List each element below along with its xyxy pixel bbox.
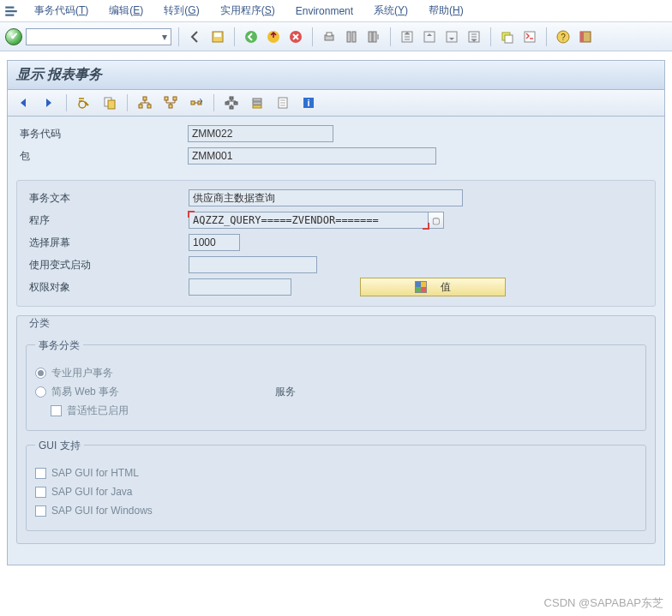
next-page-icon[interactable] <box>442 27 461 46</box>
help-icon[interactable]: ? <box>554 27 573 46</box>
svg-rect-28 <box>165 97 168 100</box>
screen-label: 选择屏幕 <box>26 236 189 250</box>
svg-rect-10 <box>373 32 376 42</box>
check-gui-windows-label: SAP GUI for Windows <box>51 505 153 517</box>
radio-icon <box>35 386 46 398</box>
svg-point-2 <box>245 31 257 43</box>
where-used-icon[interactable] <box>160 93 181 112</box>
svg-rect-1 <box>214 33 221 37</box>
screen-field: 1000 <box>189 234 240 251</box>
arrow-right-icon[interactable] <box>39 93 59 112</box>
command-field[interactable] <box>26 28 171 45</box>
back-green-icon[interactable] <box>242 27 261 46</box>
separator <box>490 27 491 46</box>
program-field[interactable]: AQZZZ_QUERY=====ZVENDOR======= <box>189 212 429 229</box>
separator <box>312 27 313 46</box>
app-menu-icon[interactable] <box>3 3 19 19</box>
f4-help-icon[interactable]: ▢ <box>429 212 444 229</box>
program-label: 程序 <box>26 213 189 228</box>
svg-rect-35 <box>234 102 237 105</box>
tx-classification-legend: 事务分类 <box>35 338 83 353</box>
tree-icon[interactable] <box>221 93 242 112</box>
info-icon[interactable]: i <box>298 93 319 112</box>
arrow-left-icon[interactable] <box>13 93 33 112</box>
svg-rect-29 <box>173 97 177 100</box>
cancel-icon[interactable] <box>286 27 305 46</box>
exit-icon[interactable] <box>264 27 283 46</box>
svg-rect-12 <box>424 32 435 42</box>
menu-goto[interactable]: 转到(G) <box>153 3 209 18</box>
stack-icon[interactable] <box>247 93 267 112</box>
menu-edit[interactable]: 编辑(E) <box>99 3 153 18</box>
check-universal: 普适性已启用 <box>51 401 637 420</box>
check-gui-html: SAP GUI for HTML <box>35 463 637 482</box>
package-label: 包 <box>16 149 188 164</box>
authobj-label: 权限对象 <box>26 280 189 295</box>
variant-label: 使用变式启动 <box>26 258 189 272</box>
svg-rect-30 <box>169 105 172 108</box>
menu-tcode[interactable]: 事务代码(T) <box>24 3 99 18</box>
find-icon[interactable] <box>342 27 361 46</box>
save-icon[interactable] <box>208 27 227 46</box>
svg-rect-21 <box>580 32 584 42</box>
first-page-icon[interactable] <box>398 27 417 46</box>
back-icon[interactable] <box>186 27 205 46</box>
svg-rect-34 <box>225 102 229 105</box>
application-toolbar: i <box>7 89 665 117</box>
menu-environment[interactable]: Environment <box>285 5 363 17</box>
separator <box>213 94 214 111</box>
svg-rect-27 <box>147 105 151 108</box>
gui-support-legend: GUI 支持 <box>35 439 84 453</box>
object-list-icon[interactable] <box>186 93 207 112</box>
values-button-label: 值 <box>441 280 451 295</box>
menu-help[interactable]: 帮助(H) <box>418 3 474 18</box>
standard-toolbar: ✔ ? <box>0 22 672 51</box>
radio-professional-label: 专业用户事务 <box>51 366 113 380</box>
svg-rect-7 <box>347 32 351 42</box>
menu-utilities[interactable]: 实用程序(S) <box>210 3 285 18</box>
other-object-icon[interactable] <box>99 93 120 112</box>
menu-bar: 事务代码(T) 编辑(E) 转到(G) 实用程序(S) Environment … <box>0 0 672 22</box>
values-button[interactable]: 值 <box>360 278 506 296</box>
svg-text:?: ? <box>561 33 566 42</box>
check-gui-html-label: SAP GUI for HTML <box>51 467 139 479</box>
svg-text:i: i <box>307 98 309 108</box>
layout-icon[interactable] <box>576 27 595 46</box>
svg-rect-16 <box>505 35 513 43</box>
display-change-icon[interactable] <box>74 93 94 112</box>
checkbox-icon <box>35 487 46 498</box>
svg-rect-26 <box>139 105 142 108</box>
text-label: 事务文本 <box>26 191 189 206</box>
document-icon[interactable] <box>273 93 293 112</box>
print-icon[interactable] <box>320 27 339 46</box>
new-session-icon[interactable] <box>498 27 517 46</box>
svg-rect-13 <box>447 32 457 42</box>
separator <box>390 27 391 46</box>
svg-rect-6 <box>327 33 332 36</box>
check-gui-java: SAP GUI for Java <box>35 482 637 501</box>
radio-easyweb-label: 简易 Web 事务 <box>51 385 119 399</box>
find-next-icon[interactable] <box>364 27 383 46</box>
svg-rect-25 <box>143 97 147 100</box>
classification-group: 分类 事务分类 专业用户事务 简易 Web 事务 服务 普适性已启用 <box>16 315 656 544</box>
tcode-label: 事务代码 <box>16 127 188 141</box>
tx-classification-group: 事务分类 专业用户事务 简易 Web 事务 服务 普适性已启用 <box>26 344 646 431</box>
svg-rect-39 <box>253 105 261 108</box>
prev-page-icon[interactable] <box>420 27 439 46</box>
package-field: ZMM001 <box>188 147 436 164</box>
menu-system[interactable]: 系统(Y) <box>363 3 418 18</box>
form-area: 事务代码 ZMM022 包 ZMM001 事务文本 供应商主数据查询 程序 AQ… <box>7 117 665 565</box>
shortcut-icon[interactable] <box>520 27 539 46</box>
tcode-field: ZMM022 <box>188 125 333 142</box>
text-field: 供应商主数据查询 <box>189 189 463 206</box>
checkbox-icon <box>35 505 46 517</box>
authobj-field <box>189 278 291 296</box>
separator <box>178 27 179 46</box>
ok-button[interactable]: ✔ <box>5 28 22 45</box>
separator <box>66 94 67 111</box>
radio-icon <box>35 368 46 379</box>
svg-rect-31 <box>191 101 195 105</box>
last-page-icon[interactable] <box>465 27 483 46</box>
hierarchy-icon[interactable] <box>135 93 155 112</box>
check-gui-java-label: SAP GUI for Java <box>51 486 132 498</box>
